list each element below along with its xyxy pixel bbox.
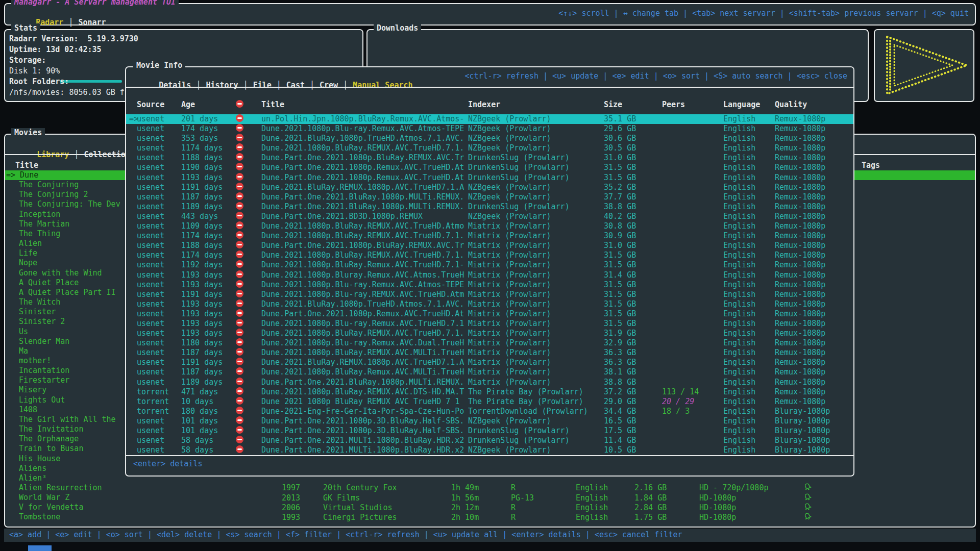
release-row[interactable]: usenet1174 daysDune.2021.1080p.BluRay.RE… xyxy=(126,251,853,260)
release-title: Dune.Part.One.2021.1080p.3D.BluRay.Half-… xyxy=(261,416,464,426)
release-quality: Remux-1080p xyxy=(775,397,825,407)
release-age: 1193 days xyxy=(181,329,223,338)
release-row[interactable]: usenet101 daysDune.Part.One.2021.1080p.3… xyxy=(126,426,853,436)
release-row[interactable]: usenet1189 daysDune.Part.One.2021.BluRay… xyxy=(126,202,853,212)
release-row[interactable]: usenet1188 daysDune.Part.One.2021.1080p.… xyxy=(126,241,853,251)
release-row[interactable]: usenet1180 daysDune.2021.1080p.Blu-ray.R… xyxy=(126,338,853,348)
tab-crew[interactable]: Crew xyxy=(320,81,338,90)
release-size: 30.8 GB xyxy=(604,221,636,231)
release-source: usenet xyxy=(137,153,164,163)
movie-studio: 20th Century Fox xyxy=(323,483,397,493)
tab-cast[interactable]: Cast xyxy=(286,81,305,90)
release-row[interactable]: usenet101 daysDune.Part.One.2021.1080p.3… xyxy=(126,416,853,426)
tab-file[interactable]: File xyxy=(253,81,272,90)
rejected-icon xyxy=(236,387,243,395)
release-age: 101 days xyxy=(181,416,218,426)
release-row[interactable]: usenet1193 daysDune.2021.1080p.Blu-ray.R… xyxy=(126,280,853,290)
release-row[interactable]: usenet1193 daysDune.2021.1080p.Bluray.Re… xyxy=(126,270,853,280)
release-row[interactable]: usenet1188 daysDune.Part.One.2021.1080p.… xyxy=(126,153,853,163)
release-quality: Remux-1080p xyxy=(775,367,825,377)
release-row[interactable]: usenet58 daysDune.Part.One.2021.MULTi.10… xyxy=(126,436,853,445)
release-row[interactable]: usenet1187 daysDune.2021.1080p.BluRay.Re… xyxy=(126,367,853,377)
release-source: usenet xyxy=(137,367,164,377)
release-row[interactable]: usenet1193 daysDune.2021.BluRay.1080p.Tr… xyxy=(126,299,853,309)
release-row[interactable]: torrent471 daysDune.2021.1080p.BluRay.RE… xyxy=(126,387,853,397)
release-row[interactable]: usenet1193 daysDune.Part.One.2021.1080p.… xyxy=(126,309,853,319)
tab-sonarr[interactable]: Sonarr xyxy=(78,18,106,27)
release-indexer: NZBgeek (Prowlarr) xyxy=(468,183,551,192)
release-row[interactable]: usenet1193 daysDune.Part.One.2021.1080p.… xyxy=(126,173,853,183)
release-row[interactable]: usenet1109 daysDune.2021.1080p.BluRay.RE… xyxy=(126,221,853,231)
release-title: Dune.Part.One.2021.BluRay.1080p.MULTi.RE… xyxy=(261,202,464,212)
release-age: 10 days xyxy=(181,397,213,407)
release-age: 1187 days xyxy=(181,367,223,377)
release-row[interactable]: usenet1191 daysDune.2021.BluRay.REMUX.10… xyxy=(126,183,853,192)
release-language: English xyxy=(723,173,755,183)
release-row[interactable]: usenet1189 daysDune.Part.One.2021.BluRay… xyxy=(126,378,853,387)
release-title: Dune.Part.One.2021.1080p.Remux.AVC.TrueH… xyxy=(261,173,464,183)
release-row[interactable]: usenet1191 daysDune.2021.1080p.Blu-ray.R… xyxy=(126,290,853,299)
release-row[interactable]: usenet1174 daysDune.2021.1080p.BluRay.RE… xyxy=(126,231,853,241)
release-row[interactable]: usenet1192 daysDune.2021.1080p.BluRay.Re… xyxy=(126,260,853,270)
release-row[interactable]: usenet1187 daysDune.2021.1080p.BluRay.RE… xyxy=(126,348,853,358)
rejected-icon xyxy=(236,143,243,151)
release-title: Dune.2021.1080p.Blu-ray.Remux.AVC.Dual.T… xyxy=(261,338,464,348)
movie-language: English xyxy=(576,503,608,513)
release-source: usenet xyxy=(137,231,164,241)
disk-usage-label: Disk 1: 90% xyxy=(9,66,60,76)
release-row[interactable]: =>usenet201 daysun.Pol.Hin.Jpn.1080p.Blu… xyxy=(126,114,853,124)
release-row[interactable]: usenet1193 daysDune.2021.1080p.Blu-ray.R… xyxy=(126,319,853,329)
release-row[interactable]: usenet174 daysDune.2021.1080p.Blu-ray.Re… xyxy=(126,124,853,134)
tab-details-modal[interactable]: Details xyxy=(159,81,191,90)
release-language: English xyxy=(723,358,755,367)
tab-manual-search[interactable]: Manual Search xyxy=(353,81,412,90)
release-age: 1187 days xyxy=(181,192,223,202)
release-row[interactable]: usenet1193 daysDune.2021.1080p.BluRay.RE… xyxy=(126,329,853,338)
monitored-bell-icon xyxy=(803,502,813,512)
monitored-bell-icon xyxy=(803,482,813,492)
release-indexer: Miatrix (Prowlarr) xyxy=(468,378,551,387)
release-size: 31.5 GB xyxy=(604,290,636,299)
rejected-icon xyxy=(236,173,243,181)
release-indexer: The Pirate Bay (Prowlarr) xyxy=(468,387,583,397)
movie-rating: PG-13 xyxy=(511,493,534,503)
release-age: 1180 days xyxy=(181,338,223,348)
release-indexer: NZBgeek (Prowlarr) xyxy=(468,416,551,426)
tab-history[interactable]: History xyxy=(206,81,238,90)
rejected-icon xyxy=(236,436,243,443)
release-title: Dune.Part.One.2021.BluRay.1080p.MULTi.RE… xyxy=(261,192,464,202)
monitored-bell-icon xyxy=(803,492,813,502)
release-quality: Remux-1080p xyxy=(775,348,825,358)
col-peers: Peers xyxy=(662,100,685,110)
release-row[interactable]: torrent180 daysDune-2021-Eng-Fre-Ger-Ita… xyxy=(126,407,853,416)
release-language: English xyxy=(723,290,755,299)
release-language: English xyxy=(723,280,755,290)
downloads-title: Downloads xyxy=(374,23,421,33)
release-row[interactable]: torrent10 daysDune 2021 1080p BluRay REM… xyxy=(126,397,853,407)
release-quality: Remux-1080p xyxy=(775,280,825,290)
release-language: English xyxy=(723,183,755,192)
release-row[interactable]: usenet58 daysDune.Part.One.2021.MULTi.10… xyxy=(126,445,853,455)
release-title: Dune.Part.One.2021.MULTi.1080p.BluRay.HD… xyxy=(261,445,464,455)
release-row[interactable]: usenet353 daysDune.2021.BluRay.1080p.Tru… xyxy=(126,134,853,143)
rejected-icon xyxy=(236,445,243,453)
release-age: 174 days xyxy=(181,124,218,134)
release-source: usenet xyxy=(137,358,164,367)
release-row[interactable]: usenet1191 daysDune.2021.BluRay.REMUX.10… xyxy=(126,358,853,367)
movie-table-row[interactable]: 2006Virtual Studios2h 12mREnglish2.84 GB… xyxy=(5,503,975,513)
release-quality: Remux-1080p xyxy=(775,124,825,134)
release-row[interactable]: usenet1187 daysDune.Part.One.2021.BluRay… xyxy=(126,192,853,202)
movie-table-row[interactable]: 1993Cinergi Pictures2h 10mREnglish1.75 G… xyxy=(5,513,975,522)
release-quality: Remux-1080p xyxy=(775,241,825,251)
release-indexer: Miatrix (Prowlarr) xyxy=(468,241,551,251)
movie-table-row[interactable]: 199720th Century Fox1h 49mREnglish2.16 G… xyxy=(5,483,975,493)
release-language: English xyxy=(723,114,755,124)
release-row[interactable]: usenet1174 daysDune.2021.1080p.BluRay.RE… xyxy=(126,143,853,153)
release-quality: Remux-1080p xyxy=(775,183,825,192)
release-size: 30.6 GB xyxy=(604,134,636,143)
release-row[interactable]: usenet1190 daysDune.Part.One.2021.1080p.… xyxy=(126,163,853,172)
storage-label: Storage: xyxy=(9,56,46,65)
release-row[interactable]: usenet443 daysDune.Part.One.2021.BD3D.10… xyxy=(126,212,853,221)
release-title: Dune.Part.One.2021.MULTi.1080p.BluRay.HD… xyxy=(261,436,464,445)
movie-table-row[interactable]: 2013GK Films1h 56mPG-13English1.84 GBHD-… xyxy=(5,493,975,503)
